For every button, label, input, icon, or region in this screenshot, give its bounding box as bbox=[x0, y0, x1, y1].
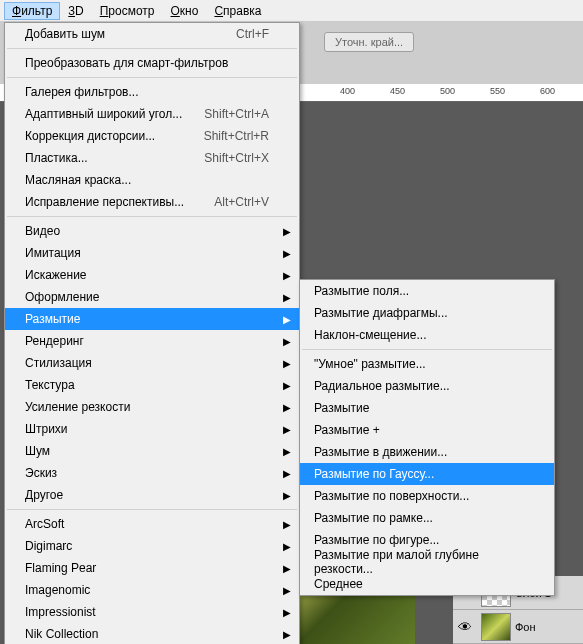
blur-submenu: Размытие поля...Размытие диафрагмы...Нак… bbox=[299, 279, 555, 596]
menu-item-label: Имитация bbox=[25, 246, 81, 260]
blur-submenu-item[interactable]: "Умное" размытие... bbox=[300, 353, 554, 375]
filter-menu-item[interactable]: ArcSoft▶ bbox=[5, 513, 299, 535]
filter-menu-item[interactable]: Коррекция дисторсии...Shift+Ctrl+R bbox=[5, 125, 299, 147]
submenu-arrow-icon: ▶ bbox=[283, 607, 291, 618]
menu-item-label: Искажение bbox=[25, 268, 87, 282]
menubar: Фильтр3DПросмотрОкноСправка bbox=[0, 0, 583, 22]
filter-menu-item[interactable]: Добавить шумCtrl+F bbox=[5, 23, 299, 45]
blur-submenu-item[interactable]: Радиальное размытие... bbox=[300, 375, 554, 397]
menu-item-label: Наклон-смещение... bbox=[314, 328, 427, 342]
menu-item-label: Радиальное размытие... bbox=[314, 379, 450, 393]
filter-menu-item[interactable]: Шум▶ bbox=[5, 440, 299, 462]
menu-item-label: Адаптивный широкий угол... bbox=[25, 107, 182, 121]
menubar-item-просмотр[interactable]: Просмотр bbox=[92, 2, 163, 20]
blur-submenu-item[interactable]: Размытие при малой глубине резкости... bbox=[300, 551, 554, 573]
menu-item-label: "Умное" размытие... bbox=[314, 357, 426, 371]
filter-menu-item[interactable]: Преобразовать для смарт-фильтров bbox=[5, 52, 299, 74]
submenu-arrow-icon: ▶ bbox=[283, 424, 291, 435]
filter-menu-item[interactable]: Имитация▶ bbox=[5, 242, 299, 264]
blur-submenu-item[interactable]: Размытие по поверхности... bbox=[300, 485, 554, 507]
ruler-tick: 400 bbox=[340, 86, 355, 96]
visibility-icon[interactable]: 👁 bbox=[453, 619, 477, 635]
menu-item-label: Добавить шум bbox=[25, 27, 105, 41]
menu-item-label: Flaming Pear bbox=[25, 561, 96, 575]
menu-shortcut: Shift+Ctrl+A bbox=[204, 107, 269, 121]
blur-submenu-item[interactable]: Размытие + bbox=[300, 419, 554, 441]
menu-item-label: Масляная краска... bbox=[25, 173, 131, 187]
filter-menu-item[interactable]: Nik Collection▶ bbox=[5, 623, 299, 644]
filter-menu-item[interactable]: Искажение▶ bbox=[5, 264, 299, 286]
menu-item-label: Коррекция дисторсии... bbox=[25, 129, 155, 143]
menu-item-label: Размытие bbox=[25, 312, 80, 326]
menu-item-label: Среднее bbox=[314, 577, 363, 591]
blur-submenu-item[interactable]: Размытие диафрагмы... bbox=[300, 302, 554, 324]
ruler-tick: 450 bbox=[390, 86, 405, 96]
menubar-item-справка[interactable]: Справка bbox=[206, 2, 269, 20]
menu-item-label: Размытие по поверхности... bbox=[314, 489, 469, 503]
filter-menu-item[interactable]: Другое▶ bbox=[5, 484, 299, 506]
submenu-arrow-icon: ▶ bbox=[283, 292, 291, 303]
refine-edges-button[interactable]: Уточн. край... bbox=[324, 32, 414, 52]
menu-shortcut: Ctrl+F bbox=[236, 27, 269, 41]
filter-menu-item[interactable]: Flaming Pear▶ bbox=[5, 557, 299, 579]
submenu-arrow-icon: ▶ bbox=[283, 629, 291, 640]
submenu-arrow-icon: ▶ bbox=[283, 541, 291, 552]
filter-menu-item[interactable]: Стилизация▶ bbox=[5, 352, 299, 374]
filter-menu-item[interactable]: Imagenomic▶ bbox=[5, 579, 299, 601]
menu-separator bbox=[7, 509, 297, 510]
submenu-arrow-icon: ▶ bbox=[283, 380, 291, 391]
menu-item-label: Штрихи bbox=[25, 422, 68, 436]
filter-menu-item[interactable]: Оформление▶ bbox=[5, 286, 299, 308]
blur-submenu-item[interactable]: Размытие по рамке... bbox=[300, 507, 554, 529]
menu-item-label: Размытие по фигуре... bbox=[314, 533, 439, 547]
blur-submenu-item[interactable]: Наклон-смещение... bbox=[300, 324, 554, 346]
blur-submenu-item[interactable]: Среднее bbox=[300, 573, 554, 595]
menu-shortcut: Shift+Ctrl+R bbox=[204, 129, 269, 143]
filter-menu-item[interactable]: Галерея фильтров... bbox=[5, 81, 299, 103]
menu-item-label: Другое bbox=[25, 488, 63, 502]
blur-submenu-item[interactable]: Размытие по Гауссу... bbox=[300, 463, 554, 485]
menu-item-label: Размытие по рамке... bbox=[314, 511, 433, 525]
menu-separator bbox=[7, 48, 297, 49]
menubar-item-окно[interactable]: Окно bbox=[163, 2, 207, 20]
filter-menu-item[interactable]: Видео▶ bbox=[5, 220, 299, 242]
filter-menu-item[interactable]: Рендеринг▶ bbox=[5, 330, 299, 352]
submenu-arrow-icon: ▶ bbox=[283, 585, 291, 596]
submenu-arrow-icon: ▶ bbox=[283, 490, 291, 501]
blur-submenu-item[interactable]: Размытие в движении... bbox=[300, 441, 554, 463]
menu-item-label: Размытие в движении... bbox=[314, 445, 447, 459]
menu-item-label: Nik Collection bbox=[25, 627, 98, 641]
filter-menu-item[interactable]: Исправление перспективы...Alt+Ctrl+V bbox=[5, 191, 299, 213]
ruler-tick: 600 bbox=[540, 86, 555, 96]
filter-menu-item[interactable]: Размытие▶ bbox=[5, 308, 299, 330]
menu-item-label: Размытие + bbox=[314, 423, 380, 437]
menu-item-label: Размытие по Гауссу... bbox=[314, 467, 434, 481]
menu-separator bbox=[7, 216, 297, 217]
filter-menu-item[interactable]: Адаптивный широкий угол...Shift+Ctrl+A bbox=[5, 103, 299, 125]
filter-menu-item[interactable]: Эскиз▶ bbox=[5, 462, 299, 484]
submenu-arrow-icon: ▶ bbox=[283, 468, 291, 479]
submenu-arrow-icon: ▶ bbox=[283, 226, 291, 237]
menu-shortcut: Alt+Ctrl+V bbox=[214, 195, 269, 209]
filter-menu-item[interactable]: Масляная краска... bbox=[5, 169, 299, 191]
menu-separator bbox=[7, 77, 297, 78]
submenu-arrow-icon: ▶ bbox=[283, 270, 291, 281]
filter-menu-item[interactable]: Impressionist▶ bbox=[5, 601, 299, 623]
menu-item-label: Digimarc bbox=[25, 539, 72, 553]
filter-menu-item[interactable]: Штрихи▶ bbox=[5, 418, 299, 440]
submenu-arrow-icon: ▶ bbox=[283, 563, 291, 574]
menubar-item-3d[interactable]: 3D bbox=[60, 2, 91, 20]
layer-row[interactable]: 👁Фон bbox=[453, 610, 583, 644]
filter-menu-item[interactable]: Digimarc▶ bbox=[5, 535, 299, 557]
filter-menu-item[interactable]: Текстура▶ bbox=[5, 374, 299, 396]
submenu-arrow-icon: ▶ bbox=[283, 402, 291, 413]
filter-menu-item[interactable]: Пластика...Shift+Ctrl+X bbox=[5, 147, 299, 169]
menu-separator bbox=[302, 349, 552, 350]
blur-submenu-item[interactable]: Размытие поля... bbox=[300, 280, 554, 302]
menu-item-label: Impressionist bbox=[25, 605, 96, 619]
submenu-arrow-icon: ▶ bbox=[283, 248, 291, 259]
filter-menu-item[interactable]: Усиление резкости▶ bbox=[5, 396, 299, 418]
submenu-arrow-icon: ▶ bbox=[283, 358, 291, 369]
menubar-item-фильтр[interactable]: Фильтр bbox=[4, 2, 60, 20]
blur-submenu-item[interactable]: Размытие bbox=[300, 397, 554, 419]
